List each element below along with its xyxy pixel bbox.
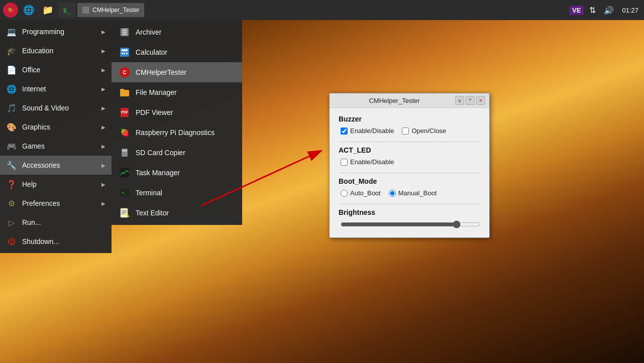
svg-rect-24 — [122, 212, 127, 213]
window-title-label: CMHelper_Tester — [92, 7, 139, 14]
auto-boot-radio[interactable] — [341, 190, 348, 197]
programming-arrow: ▶ — [101, 29, 105, 35]
acc-item-sd-card[interactable]: SD Card Copier — [112, 143, 242, 163]
acc-item-file-manager[interactable]: File Manager — [112, 82, 242, 102]
act-led-controls: Enable/Disable — [339, 158, 480, 166]
education-icon: 🎓 — [6, 45, 17, 56]
divider-1 — [339, 142, 480, 142]
sidebar-item-programming[interactable]: 💻 Programming ▶ — [0, 22, 112, 41]
acc-item-cmhelper[interactable]: C CMHelperTester — [112, 62, 242, 82]
sidebar-item-accessories[interactable]: 🔧 Accessories ▶ — [0, 156, 112, 175]
sidebar-item-preferences[interactable]: ⚙ Preferences ▶ — [0, 194, 112, 213]
sort-icon[interactable]: ⇅ — [587, 5, 598, 16]
brightness-slider[interactable] — [341, 220, 480, 228]
svg-rect-16 — [123, 150, 124, 152]
buzzer-enable-label: Enable/Disable — [350, 127, 394, 135]
svg-rect-3 — [123, 30, 127, 31]
cm-close-button[interactable]: × — [476, 96, 485, 105]
sidebar-item-internet[interactable]: 🌐 Internet ▶ — [0, 79, 112, 98]
buzzer-enable-checkbox[interactable] — [341, 128, 348, 135]
sidebar-item-help[interactable]: ❓ Help ▶ — [0, 175, 112, 194]
buzzer-open-close[interactable]: Open/Close — [402, 127, 446, 135]
sd-card-label: SD Card Copier — [136, 149, 185, 157]
divider-2 — [339, 173, 480, 173]
programming-icon: 💻 — [6, 26, 17, 37]
svg-text:PDF: PDF — [121, 110, 129, 114]
pdf-label: PDF Viewer — [136, 108, 173, 116]
globe-button[interactable]: 🌐 — [20, 3, 37, 18]
sidebar-item-shutdown[interactable]: ⏻ Shutdown... — [0, 232, 112, 251]
svg-text:🍓: 🍓 — [8, 7, 14, 14]
sidebar-item-run[interactable]: ▷ Run... — [0, 213, 112, 232]
calculator-icon — [119, 46, 131, 58]
raspberry-diag-icon: 🍓 — [119, 127, 131, 139]
act-led-checkbox[interactable] — [341, 159, 348, 166]
acc-item-calculator[interactable]: Calculator — [112, 42, 242, 62]
terminal-icon: >_ — [119, 187, 131, 199]
acc-item-pdf-viewer[interactable]: PDF PDF Viewer — [112, 102, 242, 123]
calculator-label: Calculator — [136, 48, 167, 56]
buzzer-open-close-checkbox[interactable] — [402, 128, 409, 135]
svg-rect-6 — [120, 48, 129, 57]
sidebar-item-games[interactable]: 🎮 Games ▶ — [0, 137, 112, 156]
svg-rect-9 — [124, 53, 125, 54]
auto-boot-option[interactable]: Auto_Boot — [341, 189, 381, 197]
cm-maximize-button[interactable]: ^ — [466, 96, 475, 105]
education-label: Education — [22, 47, 96, 55]
cm-titlebar-buttons: v ^ × — [455, 96, 485, 105]
sidebar-item-graphics[interactable]: 🎨 Graphics ▶ — [0, 117, 112, 137]
cm-minimize-button[interactable]: v — [455, 96, 464, 105]
file-manager-icon — [119, 86, 131, 98]
acc-item-text-editor[interactable]: Text Editor — [112, 203, 242, 223]
terminal-button[interactable]: $_ — [58, 3, 75, 18]
accessories-submenu: Archiver Calculator C CMHelperTester — [112, 20, 242, 225]
volume-icon[interactable]: 🔊 — [601, 5, 616, 16]
run-label: Run... — [22, 218, 105, 226]
sidebar-item-education[interactable]: 🎓 Education ▶ — [0, 41, 112, 60]
sound-label: Sound & Video — [22, 104, 96, 112]
preferences-label: Preferences — [22, 199, 96, 207]
buzzer-title: Buzzer — [339, 115, 480, 123]
acc-item-task-manager[interactable]: Task Manager — [112, 163, 242, 183]
manual-boot-option[interactable]: Manual_Boot — [389, 189, 437, 197]
shutdown-icon: ⏻ — [6, 236, 17, 247]
cm-window-title: CMHelper_Tester — [334, 97, 455, 104]
acc-item-raspberry-diagnostics[interactable]: 🍓 Raspberry Pi Diagnostics — [112, 123, 242, 143]
act-led-enable[interactable]: Enable/Disable — [341, 158, 394, 166]
svg-rect-22 — [121, 208, 128, 217]
office-label: Office — [22, 66, 96, 74]
buzzer-enable-disable[interactable]: Enable/Disable — [341, 127, 394, 135]
cm-helper-window: CMHelper_Tester v ^ × Buzzer Enable/Disa… — [329, 93, 490, 238]
programming-label: Programming — [22, 28, 96, 36]
manual-boot-radio[interactable] — [389, 190, 396, 197]
task-manager-label: Task Manager — [136, 169, 180, 177]
svg-rect-7 — [122, 49, 128, 51]
svg-rect-5 — [123, 34, 127, 35]
cm-titlebar: CMHelper_Tester v ^ × — [330, 93, 489, 108]
graphics-label: Graphics — [22, 123, 96, 131]
raspberry-menu-button[interactable]: 🍓 — [3, 3, 18, 18]
boot-mode-controls: Auto_Boot Manual_Boot — [339, 189, 480, 197]
sidebar-item-sound-video[interactable]: 🎵 Sound & Video ▶ — [0, 98, 112, 117]
acc-item-archiver[interactable]: Archiver — [112, 22, 242, 42]
buzzer-open-close-label: Open/Close — [411, 127, 446, 135]
window-taskbar-button[interactable]: CMHelper_Tester — [77, 3, 144, 17]
taskbar-right: VE ⇅ 🔊 01:27 — [569, 5, 641, 16]
sidebar-item-office[interactable]: 📄 Office ▶ — [0, 60, 112, 79]
shutdown-label: Shutdown... — [22, 237, 105, 246]
sound-icon: 🎵 — [6, 102, 17, 113]
help-label: Help — [22, 180, 96, 188]
games-label: Games — [22, 142, 96, 150]
help-icon: ❓ — [6, 179, 17, 190]
sound-arrow: ▶ — [101, 105, 105, 111]
acc-item-terminal[interactable]: >_ Terminal — [112, 183, 242, 203]
folder-button[interactable]: 📁 — [39, 3, 56, 18]
act-led-title: ACT_LED — [339, 146, 480, 154]
svg-rect-8 — [122, 53, 123, 54]
cm-window-body: Buzzer Enable/Disable Open/Close ACT_LED… — [330, 108, 489, 237]
cmhelper-icon: C — [119, 66, 131, 78]
time-display: 01:27 — [622, 7, 638, 14]
taskbar: 🍓 🌐 📁 $_ CMHelper_Tester VE ⇅ 🔊 01:27 — [0, 0, 644, 20]
svg-rect-23 — [122, 210, 127, 211]
brightness-title: Brightness — [339, 208, 480, 216]
